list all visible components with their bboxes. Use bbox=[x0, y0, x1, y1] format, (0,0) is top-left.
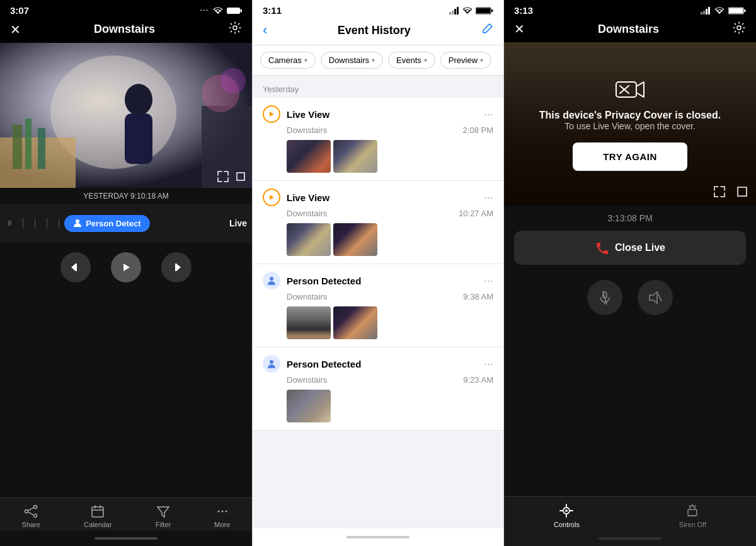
crop-icon-right[interactable] bbox=[736, 185, 748, 198]
timeline-bar[interactable]: 9 Person Detect Live bbox=[0, 204, 252, 242]
settings-button-left[interactable] bbox=[228, 21, 242, 38]
panel-middle: 3:11 ‹ Event History bbox=[252, 0, 504, 546]
home-bar-right bbox=[598, 537, 662, 540]
svg-rect-9 bbox=[25, 119, 32, 169]
svg-point-31 bbox=[217, 511, 219, 513]
status-bar-mid: 3:11 bbox=[253, 0, 503, 18]
status-bar-left: 3:07 ··· bbox=[0, 0, 252, 18]
nav-more[interactable]: More bbox=[214, 504, 230, 528]
svg-point-44 bbox=[270, 360, 273, 364]
event-location-3: Downstairs bbox=[287, 292, 327, 301]
event-meta-4: Downstairs 9:23 AM bbox=[263, 375, 493, 385]
live-section: 3:13:08 PM Close Live bbox=[504, 206, 756, 333]
svg-point-21 bbox=[34, 506, 37, 509]
try-again-button[interactable]: TRY AGAIN bbox=[573, 142, 687, 171]
skip-forward-button[interactable] bbox=[161, 252, 192, 282]
privacy-title: This device's Privacy Cover is closed. bbox=[539, 110, 721, 121]
wifi-icon-mid bbox=[462, 7, 472, 15]
close-button-right[interactable]: ✕ bbox=[514, 21, 525, 37]
svg-point-2 bbox=[233, 26, 237, 30]
tick-4 bbox=[59, 218, 59, 228]
crop-icon[interactable] bbox=[234, 170, 247, 183]
more-menu-3[interactable]: ··· bbox=[484, 274, 493, 288]
camera-overlay-icons bbox=[217, 170, 247, 183]
svg-rect-17 bbox=[76, 264, 77, 271]
back-button-mid[interactable]: ‹ bbox=[263, 22, 267, 38]
nav-filter[interactable]: Filter bbox=[156, 504, 171, 528]
filter-icon bbox=[156, 504, 170, 518]
event-meta-2: Downstairs 10:27 AM bbox=[263, 209, 493, 218]
svg-rect-51 bbox=[744, 9, 746, 12]
thumb-inner-3b bbox=[333, 306, 377, 339]
event-thumb-4a bbox=[287, 390, 331, 422]
time-mid: 3:11 bbox=[263, 5, 282, 16]
svg-line-72 bbox=[689, 506, 690, 507]
event-location-2: Downstairs bbox=[287, 209, 327, 218]
event-icon-live-2 bbox=[263, 189, 280, 206]
settings-button-right[interactable] bbox=[732, 21, 746, 37]
live-label: Live bbox=[222, 218, 247, 228]
event-thumb-row-4 bbox=[263, 390, 493, 422]
nav-calendar[interactable]: Calendar bbox=[84, 504, 112, 528]
event-thumb-1b bbox=[333, 140, 377, 173]
calendar-icon bbox=[91, 504, 105, 518]
status-bar-right: 3:13 bbox=[504, 0, 756, 18]
more-menu-1[interactable]: ··· bbox=[484, 108, 493, 121]
svg-rect-48 bbox=[708, 7, 710, 15]
expand-icon[interactable] bbox=[217, 170, 229, 183]
filter-preview[interactable]: Preview ▾ bbox=[440, 52, 491, 69]
more-menu-4[interactable]: ··· bbox=[484, 357, 493, 371]
privacy-overlay: This device's Privacy Cover is closed. T… bbox=[504, 42, 756, 206]
event-left-4: Person Detected bbox=[263, 355, 361, 373]
svg-point-32 bbox=[221, 511, 223, 513]
svg-rect-46 bbox=[703, 11, 705, 15]
event-thumb-3a bbox=[287, 306, 331, 339]
timestamp-text: YESTERDAY 9:10:18 AM bbox=[83, 192, 169, 200]
speaker-button[interactable] bbox=[638, 280, 673, 315]
status-icons-left: ··· bbox=[200, 7, 242, 15]
svg-line-62 bbox=[658, 294, 662, 301]
filter-events[interactable]: Events ▾ bbox=[388, 52, 435, 69]
play-button[interactable] bbox=[111, 252, 141, 282]
skip-back-button[interactable] bbox=[60, 252, 91, 282]
filter-downstairs[interactable]: Downstairs ▾ bbox=[321, 52, 383, 69]
close-button-left[interactable]: ✕ bbox=[10, 22, 21, 37]
event-title-4: Person Detected bbox=[287, 359, 361, 369]
mic-icon bbox=[598, 291, 612, 305]
thumb-inner-2b bbox=[333, 223, 377, 256]
event-item-header-1: Live View ··· bbox=[263, 105, 493, 123]
svg-rect-14 bbox=[237, 173, 244, 180]
privacy-text: This device's Privacy Cover is closed. T… bbox=[539, 110, 721, 131]
signal-icon-right bbox=[701, 7, 711, 15]
person-detect-pill[interactable]: Person Detect bbox=[64, 215, 149, 232]
more-menu-2[interactable]: ··· bbox=[484, 191, 493, 204]
nav-siren[interactable]: Siren Off bbox=[679, 503, 706, 528]
person-icon-3 bbox=[266, 276, 277, 286]
svg-rect-53 bbox=[616, 82, 636, 97]
battery-icon-mid bbox=[476, 6, 493, 15]
event-item-1[interactable]: Live View ··· Downstairs 2:08 PM bbox=[253, 98, 503, 181]
svg-marker-61 bbox=[650, 292, 657, 303]
event-title-1: Live View bbox=[287, 109, 329, 120]
nav-controls[interactable]: Controls bbox=[554, 503, 580, 528]
close-live-button[interactable]: Close Live bbox=[514, 231, 746, 265]
svg-point-52 bbox=[737, 26, 741, 30]
nav-share[interactable]: Share bbox=[22, 504, 40, 528]
event-item-2[interactable]: Live View ··· Downstairs 10:27 AM bbox=[253, 181, 503, 264]
filter-cameras[interactable]: Cameras ▾ bbox=[260, 52, 316, 69]
svg-line-24 bbox=[28, 508, 34, 511]
filter-label: Filter bbox=[156, 521, 171, 528]
thumb-inner-3a bbox=[287, 306, 331, 339]
panel-left: 3:07 ··· ✕ Downstairs bbox=[0, 0, 252, 546]
event-item-4[interactable]: Person Detected ··· Downstairs 9:23 AM bbox=[253, 347, 503, 431]
event-item-3[interactable]: Person Detected ··· Downstairs 9:38 AM bbox=[253, 264, 503, 347]
timeline-hour: 9 bbox=[8, 219, 11, 227]
fullscreen-icon[interactable] bbox=[713, 185, 726, 198]
edit-button-mid[interactable] bbox=[481, 23, 493, 38]
svg-rect-0 bbox=[227, 8, 240, 14]
event-item-header-2: Live View ··· bbox=[263, 189, 493, 206]
mic-button[interactable] bbox=[587, 280, 622, 315]
svg-rect-6 bbox=[125, 113, 152, 164]
nav-bar-right: ✕ Downstairs bbox=[504, 18, 756, 42]
svg-point-22 bbox=[25, 510, 28, 513]
